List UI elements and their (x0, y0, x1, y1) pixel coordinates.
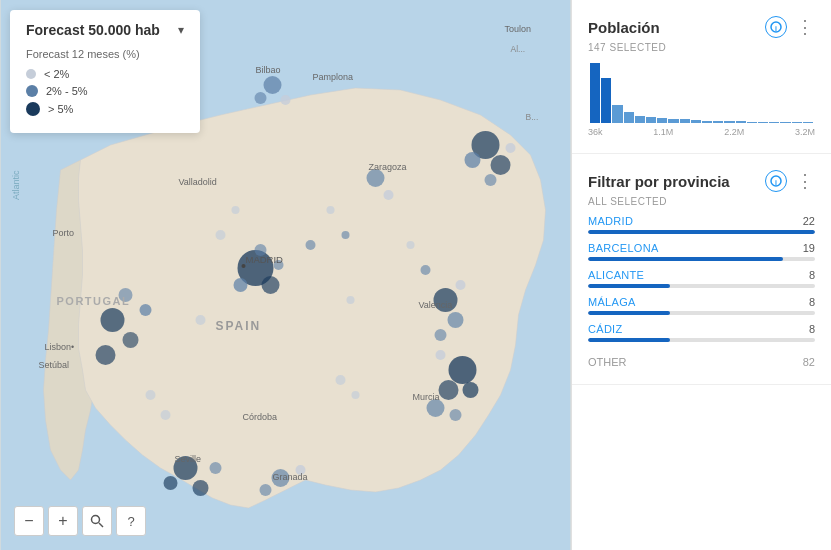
province-item-alicante: ALICANTE 8 (588, 269, 815, 288)
provincia-menu-button[interactable]: ⋮ (793, 170, 815, 192)
other-label: OTHER (588, 356, 627, 368)
svg-point-54 (242, 264, 246, 268)
hist-label-2: 1.1M (653, 127, 673, 137)
province-name-alicante[interactable]: ALICANTE (588, 269, 644, 281)
svg-point-21 (439, 380, 459, 400)
provincia-info-button[interactable]: i (765, 170, 787, 192)
svg-text:Pamplona: Pamplona (313, 72, 354, 82)
hist-bar-20 (803, 122, 813, 123)
svg-point-71 (92, 516, 100, 524)
province-count-alicante: 8 (809, 269, 815, 281)
question-icon: ? (127, 514, 134, 529)
province-bar-fill-cadiz (588, 338, 670, 342)
provincia-title: Filtrar por provincia (588, 173, 730, 190)
sidebar: Población i ⋮ 147 SELECTED (571, 0, 831, 550)
svg-text:i: i (775, 179, 777, 186)
legend-item-mid: 2% - 5% (26, 85, 184, 97)
zoom-out-button[interactable]: − (14, 506, 44, 536)
svg-point-41 (232, 206, 240, 214)
legend-subtitle: Forecast 12 meses (%) (26, 48, 184, 60)
zoom-in-button[interactable]: + (48, 506, 78, 536)
svg-point-7 (262, 276, 280, 294)
legend-label-mid: 2% - 5% (46, 85, 88, 97)
svg-point-4 (96, 345, 116, 365)
hist-bar-18 (780, 122, 790, 123)
svg-point-22 (463, 382, 479, 398)
svg-text:Zaragoza: Zaragoza (369, 162, 407, 172)
svg-point-33 (264, 76, 282, 94)
legend-chevron-icon[interactable]: ▾ (178, 23, 184, 37)
hist-bar-14 (736, 121, 746, 123)
svg-point-13 (465, 152, 481, 168)
svg-point-40 (306, 240, 316, 250)
hist-bar-7 (657, 118, 667, 123)
svg-point-50 (161, 410, 171, 420)
province-other-row: OTHER 82 (588, 350, 815, 368)
province-item-barcelona: BARCELONA 19 (588, 242, 815, 261)
svg-point-3 (140, 304, 152, 316)
province-bar-fill-alicante (588, 284, 670, 288)
svg-point-49 (146, 390, 156, 400)
svg-point-24 (450, 409, 462, 421)
search-button[interactable] (82, 506, 112, 536)
province-name-barcelona[interactable]: BARCELONA (588, 242, 659, 254)
hist-bar-8 (668, 119, 678, 123)
province-name-cadiz[interactable]: CÁDIZ (588, 323, 623, 335)
svg-point-27 (193, 480, 209, 496)
svg-point-39 (342, 231, 350, 239)
svg-point-44 (347, 296, 355, 304)
province-bar-bg-alicante (588, 284, 815, 288)
hist-bar-19 (792, 122, 802, 123)
svg-point-31 (260, 484, 272, 496)
province-item-madrid: MADRID 22 (588, 215, 815, 234)
svg-text:B...: B... (526, 112, 539, 122)
provincia-icons: i ⋮ (765, 170, 815, 192)
province-name-malaga[interactable]: MÁLAGA (588, 296, 636, 308)
hist-bar-4 (624, 112, 634, 123)
province-count-malaga: 8 (809, 296, 815, 308)
svg-point-48 (352, 391, 360, 399)
province-count-barcelona: 19 (803, 242, 815, 254)
svg-point-12 (491, 155, 511, 175)
svg-text:Valencia: Valencia (419, 300, 453, 310)
legend-label-high: > 5% (48, 103, 73, 115)
hist-label-4: 3.2M (795, 127, 815, 137)
hist-bar-12 (713, 121, 723, 123)
legend-label-low: < 2% (44, 68, 69, 80)
svg-text:Granada: Granada (273, 472, 308, 482)
poblacion-icons: i ⋮ (765, 16, 815, 38)
map-background[interactable]: SPAIN PORTUGAL MADRID Bilbao Pamplona Za… (0, 0, 571, 550)
svg-point-20 (449, 356, 477, 384)
svg-point-37 (384, 190, 394, 200)
svg-point-28 (164, 476, 178, 490)
info-circle-icon-2: i (770, 175, 782, 187)
map-section: SPAIN PORTUGAL MADRID Bilbao Pamplona Za… (0, 0, 571, 550)
province-name-madrid[interactable]: MADRID (588, 215, 633, 227)
svg-point-18 (435, 329, 447, 341)
legend-item-high: > 5% (26, 102, 184, 116)
svg-text:Al...: Al... (511, 44, 526, 54)
poblacion-section: Población i ⋮ 147 SELECTED (572, 0, 831, 154)
province-bar-bg-malaga (588, 311, 815, 315)
svg-point-34 (255, 92, 267, 104)
svg-point-14 (485, 174, 497, 186)
svg-point-2 (123, 332, 139, 348)
hist-bar-11 (702, 121, 712, 123)
svg-point-17 (448, 312, 464, 328)
poblacion-info-button[interactable]: i (765, 16, 787, 38)
legend-dot-low (26, 69, 36, 79)
legend-title: Forecast 50.000 hab (26, 22, 160, 38)
svg-text:Toulon: Toulon (505, 24, 532, 34)
svg-text:Atlantic: Atlantic (11, 170, 21, 200)
province-item-malaga: MÁLAGA 8 (588, 296, 815, 315)
province-item-cadiz: CÁDIZ 8 (588, 323, 815, 342)
poblacion-menu-button[interactable]: ⋮ (793, 16, 815, 38)
legend-dot-high (26, 102, 40, 116)
search-icon (90, 514, 104, 528)
province-bar-bg-madrid (588, 230, 815, 234)
help-button[interactable]: ? (116, 506, 146, 536)
provincia-all-label: ALL SELECTED (588, 196, 815, 207)
svg-point-19 (456, 280, 466, 290)
hist-bar-10 (691, 120, 701, 123)
hist-bar-13 (724, 121, 734, 123)
